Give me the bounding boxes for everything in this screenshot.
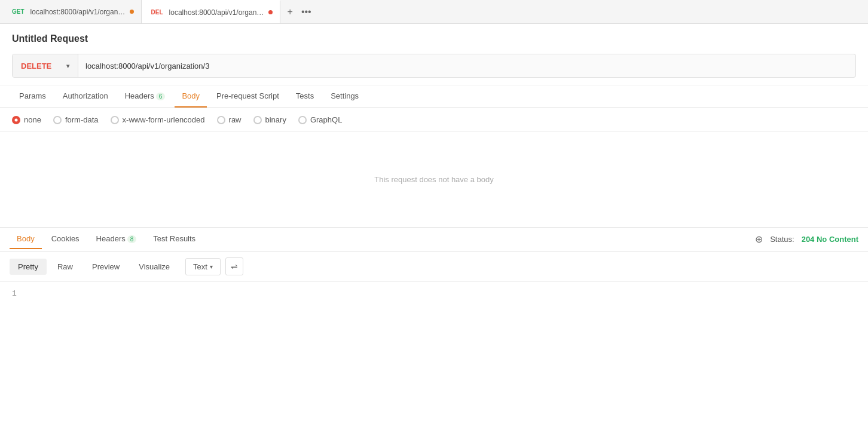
resp-tab-test-results[interactable]: Test Results	[146, 229, 203, 249]
body-area: This request does not have a body	[0, 132, 868, 228]
tab-bar: GET localhost:8000/api/v1/organizat... D…	[0, 0, 868, 24]
option-urlencoded[interactable]: x-www-form-urlencoded	[111, 115, 205, 124]
tab-settings[interactable]: Settings	[323, 85, 366, 108]
resp-tab-cookies[interactable]: Cookies	[44, 229, 87, 249]
response-area: Body Cookies Headers8 Test Results ⊕ Sta…	[0, 228, 868, 305]
option-graphql[interactable]: GraphQL	[298, 115, 342, 124]
tab-del-method: DEL	[149, 8, 166, 16]
option-form-data-label: form-data	[65, 115, 99, 124]
request-area: Untitled Request DELETE ▾	[0, 24, 868, 85]
format-visualize[interactable]: Visualize	[130, 259, 178, 275]
resp-tab-headers[interactable]: Headers8	[89, 229, 144, 249]
globe-icon[interactable]: ⊕	[755, 234, 763, 245]
type-arrow-icon: ▾	[210, 263, 213, 270]
line-number-1: 1	[12, 289, 17, 298]
tab-tests[interactable]: Tests	[289, 85, 321, 108]
option-graphql-label: GraphQL	[310, 115, 342, 124]
tab-body[interactable]: Body	[175, 85, 207, 108]
method-select[interactable]: DELETE ▾	[13, 54, 78, 77]
option-none[interactable]: none	[12, 115, 41, 124]
tab-prerequest[interactable]: Pre-request Script	[209, 85, 286, 108]
url-input[interactable]	[78, 54, 855, 77]
more-options-button[interactable]: •••	[299, 4, 314, 20]
resp-tab-body[interactable]: Body	[10, 229, 42, 249]
tab-del-url: localhost:8000/api/v1/organizat...	[169, 8, 265, 17]
radio-binary	[253, 116, 262, 124]
response-format-bar: Pretty Raw Preview Visualize Text ▾ ⇌	[0, 251, 868, 282]
option-binary-label: binary	[265, 115, 286, 124]
url-bar: DELETE ▾	[12, 54, 856, 78]
tab-get[interactable]: GET localhost:8000/api/v1/organizat...	[2, 0, 142, 23]
tab-get-url: localhost:8000/api/v1/organizat...	[30, 8, 126, 16]
tab-actions: + •••	[280, 4, 319, 20]
method-label: DELETE	[21, 62, 51, 70]
resp-tab-right: ⊕ Status: 204 No Content	[755, 234, 858, 245]
request-tabs: Params Authorization Headers6 Body Pre-r…	[0, 85, 868, 108]
tab-params[interactable]: Params	[12, 85, 53, 108]
option-raw[interactable]: raw	[217, 115, 242, 124]
tab-headers-badge: 6	[156, 93, 166, 100]
option-raw-label: raw	[229, 115, 242, 124]
format-pretty[interactable]: Pretty	[10, 259, 47, 275]
tab-del-dot	[268, 10, 273, 14]
radio-none	[12, 116, 20, 124]
radio-urlencoded	[111, 116, 119, 124]
request-title: Untitled Request	[12, 33, 856, 44]
response-tabs: Body Cookies Headers8 Test Results ⊕ Sta…	[0, 228, 868, 251]
method-arrow-icon: ▾	[66, 63, 69, 69]
status-label: Status:	[770, 235, 794, 244]
new-tab-button[interactable]: +	[285, 4, 295, 20]
tab-get-method: GET	[10, 8, 27, 16]
body-placeholder-text: This request does not have a body	[374, 175, 493, 184]
tab-headers-label: Headers	[125, 91, 154, 100]
radio-form-data	[53, 116, 62, 124]
radio-graphql	[298, 116, 307, 124]
format-raw[interactable]: Raw	[49, 259, 81, 275]
tab-get-dot	[130, 10, 134, 14]
tab-authorization[interactable]: Authorization	[56, 85, 115, 108]
wrap-button[interactable]: ⇌	[225, 257, 243, 275]
option-form-data[interactable]: form-data	[53, 115, 99, 124]
body-options: none form-data x-www-form-urlencoded raw…	[0, 108, 868, 132]
resp-headers-badge: 8	[127, 235, 137, 243]
option-binary[interactable]: binary	[253, 115, 286, 124]
wrap-icon: ⇌	[231, 262, 238, 271]
resp-headers-label: Headers	[96, 234, 126, 243]
tab-headers[interactable]: Headers6	[118, 85, 173, 108]
option-urlencoded-label: x-www-form-urlencoded	[123, 115, 205, 124]
status-code: 204 No Content	[802, 235, 858, 244]
type-label: Text	[193, 262, 207, 271]
response-content: 1	[0, 282, 868, 305]
option-none-label: none	[24, 115, 41, 124]
tab-del[interactable]: DEL localhost:8000/api/v1/organizat...	[142, 0, 280, 23]
radio-raw	[217, 116, 225, 124]
format-preview[interactable]: Preview	[84, 259, 128, 275]
type-select[interactable]: Text ▾	[185, 258, 221, 275]
